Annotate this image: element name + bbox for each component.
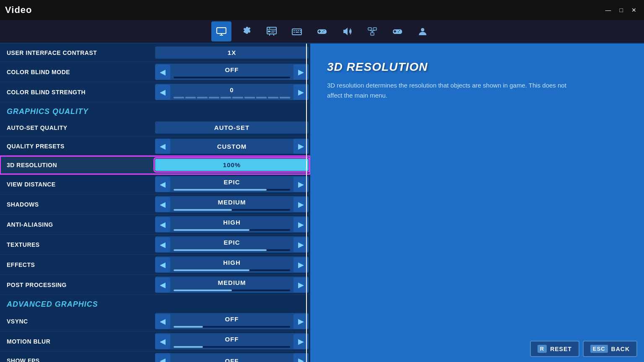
svg-rect-6	[268, 31, 270, 32]
tab-audio[interactable]	[337, 21, 357, 41]
value-view-distance: EPIC	[170, 176, 293, 188]
svg-rect-8	[271, 32, 274, 33]
tab-account[interactable]	[413, 21, 433, 41]
value-colorblind-strength: 0	[170, 84, 293, 96]
label-vsync: VSYNC	[0, 315, 155, 328]
tab-network[interactable]	[362, 21, 382, 41]
setting-row-colorblind-mode: COLOR BLIND MODE ◀ OFF ▶	[0, 62, 310, 82]
anti-aliasing-slider	[174, 229, 290, 231]
view-distance-slider	[174, 189, 290, 191]
minimize-button[interactable]: —	[603, 6, 614, 14]
value-effects: HIGH	[170, 256, 293, 269]
title-bar: Video — □ ✕	[0, 0, 644, 20]
bottom-bar: R RESET ESC BACK	[523, 336, 644, 362]
post-processing-left-btn[interactable]: ◀	[155, 277, 170, 292]
quality-presets-left-btn[interactable]: ◀	[155, 139, 170, 154]
value-colorblind-mode: OFF	[170, 64, 293, 76]
tab-controller[interactable]	[387, 21, 408, 41]
svg-rect-18	[300, 32, 301, 33]
effects-slider	[174, 269, 290, 271]
setting-row-vsync: VSYNC ◀ OFF ▶	[0, 311, 310, 331]
window-controls[interactable]: — □ ✕	[603, 6, 639, 14]
control-show-fps: ◀ OFF ▶	[155, 353, 309, 362]
label-autoset: AUTO-SET QUALITY	[0, 121, 155, 134]
setting-row-show-fps: SHOW FPS ◀ OFF ▶	[0, 352, 310, 362]
setting-row-effects: EFFECTS ◀ HIGH ▶	[0, 255, 310, 275]
left-panel: USER INTERFACE CONTRAST 1x COLOR BLIND M…	[0, 44, 310, 362]
textures-left-btn[interactable]: ◀	[155, 237, 170, 252]
control-quality-presets: ◀ CUSTOM ▶	[155, 139, 309, 154]
window-title: Video	[5, 5, 32, 16]
setting-row-ui-contrast: USER INTERFACE CONTRAST 1x	[0, 44, 310, 62]
control-effects: ◀ HIGH ▶	[155, 256, 309, 273]
post-processing-slider	[174, 290, 290, 291]
setting-row-colorblind-strength: COLOR BLIND STRENGTH ◀ 0 ▶	[0, 82, 310, 102]
view-distance-left-btn[interactable]: ◀	[155, 177, 170, 192]
svg-rect-21	[373, 28, 377, 30]
section-header-advanced: ADVANCED GRAPHICS	[0, 295, 310, 311]
control-shadows: ◀ MEDIUM ▶	[155, 196, 309, 212]
label-quality-presets: QUALITY PRESETS	[0, 140, 155, 153]
svg-rect-20	[368, 28, 371, 30]
back-button[interactable]: ESC BACK	[583, 341, 637, 357]
label-view-distance: VIEW DISTANCE	[0, 178, 155, 191]
svg-rect-13	[296, 30, 297, 31]
vsync-left-btn[interactable]: ◀	[155, 314, 170, 329]
control-colorblind-mode: ◀ OFF ▶	[155, 64, 309, 80]
reset-label: RESET	[550, 346, 572, 352]
maximize-button[interactable]: □	[617, 6, 626, 14]
section-header-graphics: GRAPHICS QUALITY	[0, 102, 310, 119]
value-post-processing: MEDIUM	[170, 277, 293, 289]
setting-row-view-distance: VIEW DISTANCE ◀ EPIC ▶	[0, 174, 310, 194]
motion-blur-left-btn[interactable]: ◀	[155, 334, 170, 349]
label-colorblind-strength: COLOR BLIND STRENGTH	[0, 85, 155, 99]
tab-video[interactable]	[211, 21, 231, 41]
scroll-divider	[306, 44, 307, 362]
control-autoset: AUTO-SET	[155, 122, 309, 134]
setting-row-3d-resolution[interactable]: 3D RESOLUTION 100%	[0, 156, 310, 174]
svg-rect-0	[217, 28, 226, 34]
shadows-slider	[174, 209, 290, 211]
control-motion-blur: ◀ OFF ▶	[155, 333, 309, 349]
value-autoset: AUTO-SET	[155, 122, 309, 134]
label-effects: EFFECTS	[0, 258, 155, 272]
shadows-left-btn[interactable]: ◀	[155, 197, 170, 212]
colorblind-strength-slider	[174, 97, 290, 98]
reset-key-badge: R	[538, 345, 547, 353]
svg-rect-15	[300, 30, 301, 31]
effects-left-btn[interactable]: ◀	[155, 257, 170, 272]
value-3d-resolution: 100%	[155, 159, 309, 171]
right-panel: 3D RESOLUTION 3D resolution determines t…	[310, 44, 644, 362]
svg-point-25	[421, 28, 424, 31]
reset-button[interactable]: R RESET	[530, 341, 579, 357]
svg-rect-14	[298, 30, 299, 31]
setting-row-autoset: AUTO-SET QUALITY AUTO-SET	[0, 119, 310, 137]
tab-display[interactable]	[262, 21, 282, 41]
back-label: BACK	[611, 346, 630, 352]
svg-rect-7	[271, 31, 275, 31]
label-shadows: SHADOWS	[0, 198, 155, 211]
control-ui-contrast: 1x	[155, 47, 309, 59]
show-fps-left-btn[interactable]: ◀	[155, 353, 170, 362]
value-anti-aliasing: HIGH	[170, 216, 293, 228]
control-vsync: ◀ OFF ▶	[155, 313, 309, 329]
control-anti-aliasing: ◀ HIGH ▶	[155, 216, 309, 233]
svg-rect-12	[293, 30, 295, 31]
anti-aliasing-left-btn[interactable]: ◀	[155, 217, 170, 232]
tab-settings[interactable]	[236, 21, 257, 41]
colorblind-mode-slider	[174, 77, 290, 78]
control-3d-resolution: 100%	[155, 159, 309, 171]
label-motion-blur: MOTION BLUR	[0, 335, 155, 348]
motion-blur-slider	[174, 346, 290, 348]
tab-controller-alt[interactable]	[312, 21, 332, 41]
value-quality-presets: CUSTOM	[170, 140, 293, 153]
setting-row-anti-aliasing: ANTI-ALIASING ◀ HIGH ▶	[0, 215, 310, 235]
info-description: 3D resolution determines the resolution …	[327, 80, 570, 101]
colorblind-strength-left-btn[interactable]: ◀	[155, 85, 170, 100]
tab-keyboard[interactable]	[287, 21, 307, 41]
main-layout: USER INTERFACE CONTRAST 1x COLOR BLIND M…	[0, 44, 644, 362]
close-button[interactable]: ✕	[629, 6, 639, 14]
info-title: 3D RESOLUTION	[327, 60, 627, 74]
colorblind-mode-left-btn[interactable]: ◀	[155, 65, 170, 80]
svg-rect-16	[293, 32, 295, 33]
